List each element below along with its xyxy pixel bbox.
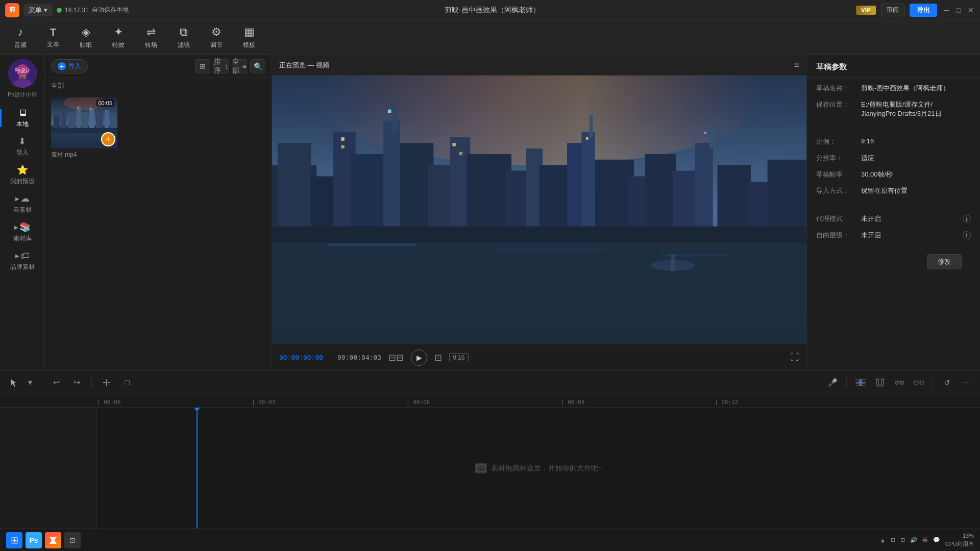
play-button[interactable]: ▶ <box>411 349 427 366</box>
import-icon: ⬇ <box>18 136 26 147</box>
sys-lang[interactable]: 英 <box>922 536 928 544</box>
sidebar-item-brand[interactable]: ▶ 🏷 品牌素材 <box>0 246 44 275</box>
svg-rect-57 <box>272 227 806 243</box>
effects-icon: ✦ <box>114 26 123 39</box>
trim-tool[interactable] <box>853 375 868 390</box>
select-tool-btn[interactable] <box>6 375 21 390</box>
sidebar-item-import[interactable]: ⬇ 导入 <box>0 132 44 161</box>
svg-rect-30 <box>393 104 397 132</box>
sidebar-item-cloud[interactable]: ▶ ☁ 云素材 <box>0 189 44 218</box>
media-thumbnail[interactable]: 00:05 + <box>51 97 117 148</box>
toolbar-filter[interactable]: ⧉ 滤镜 <box>168 23 199 53</box>
user-avatar[interactable]: Ps设计 小哥 <box>8 59 37 88</box>
toolbar-text-label: 文本 <box>47 40 59 49</box>
active-indicator <box>0 109 2 127</box>
delete-clip-btn[interactable]: □ <box>119 375 135 390</box>
taskbar-app-jianying[interactable] <box>45 532 61 548</box>
taskbar-system: ▲ ⊡ ⊡ 🔊 英 💬 13% CPU利用率 <box>880 532 974 548</box>
library-icon: 📚 <box>19 221 31 233</box>
svg-rect-62 <box>671 254 675 271</box>
toolbar-effects[interactable]: ✦ 特效 <box>103 23 134 53</box>
title-bar: 剪 菜单 ▾ 16:17:31 自动保存本地 剪映-画中画效果（阿枫老师） VI… <box>0 0 980 20</box>
menu-button[interactable]: 菜单 ▾ <box>23 4 53 16</box>
playhead-triangle <box>194 408 200 412</box>
save-location-label: 保存位置： <box>816 100 857 109</box>
svg-rect-50 <box>341 137 345 141</box>
sidebar-cloud-label: 云素材 <box>13 206 32 214</box>
maximize-button[interactable]: □ <box>954 6 963 14</box>
search-btn[interactable]: 🔍 <box>250 59 265 73</box>
redo-btn[interactable]: ↪ <box>69 375 84 390</box>
sidebar-import-label: 导入 <box>16 148 29 157</box>
empty-track-text: 素材拖拽到这里，开始你的大作吧~ <box>491 464 602 473</box>
svg-rect-9 <box>68 113 76 128</box>
toolbar-filter-label: 滤镜 <box>178 41 190 49</box>
add-to-timeline-btn[interactable]: + <box>101 132 115 146</box>
proxy-info-icon[interactable]: ℹ <box>963 215 971 223</box>
toolbar-sticker[interactable]: ◈ 贴纸 <box>70 23 101 53</box>
import-plus-icon: + <box>58 62 66 70</box>
mic-btn[interactable]: 🎤 <box>825 375 840 390</box>
import-mode-value: 保留在原有位置 <box>861 186 971 195</box>
filter-btn[interactable]: 全部 ≡ <box>232 59 247 73</box>
svg-point-72 <box>895 381 898 384</box>
undo-btn[interactable]: ↩ <box>48 375 64 390</box>
close-button[interactable]: ✕ <box>967 6 975 14</box>
zoom-out-btn[interactable]: ↺ <box>939 375 954 390</box>
sidebar-item-library[interactable]: ▶ 📚 素材库 <box>0 218 44 246</box>
playhead-line <box>197 412 198 529</box>
user-label: Ps设计小哥 <box>0 91 44 98</box>
media-grid: 00:05 + 素材.mp4 <box>45 93 272 370</box>
svg-rect-56 <box>704 132 706 134</box>
svg-rect-8 <box>61 110 66 128</box>
main-area: Ps设计 小哥 Ps设计小哥 🖥 本地 ⬇ 导入 ⭐ 我的预设 ▶ ☁ 云素材 <box>0 55 980 370</box>
vip-badge[interactable]: VIP <box>856 6 876 15</box>
right-panel: 草稿参数 草稿名称： 剪映-画中画效果（阿枫老师） 保存位置： E:/剪映电脑版… <box>806 55 980 370</box>
free-layer-info-icon[interactable]: ℹ <box>963 231 971 239</box>
presets-icon: ⭐ <box>17 164 28 176</box>
toolbar-template[interactable]: ▦ 模板 <box>234 23 264 53</box>
cpu-label: CPU利用率 <box>945 540 974 548</box>
free-layer-label: 自由层级： <box>816 231 857 240</box>
toolbar-text[interactable]: T 文本 <box>38 23 68 53</box>
sys-icon1: ▲ <box>880 537 886 543</box>
sidebar-item-local[interactable]: 🖥 本地 <box>0 104 44 132</box>
framerate-row: 草稿帧率： 30.00帧/秒 <box>816 170 971 179</box>
sort-btn[interactable]: 排序 ↕ <box>213 59 229 73</box>
tl-right-tools: 🎤 <box>825 375 974 390</box>
app-logo: 剪 <box>5 3 19 17</box>
toolbar-transition[interactable]: ⇌ 转场 <box>136 23 166 53</box>
link-tool[interactable] <box>892 375 907 390</box>
sidebar-item-presets[interactable]: ⭐ 我的预设 <box>0 161 44 189</box>
snapshot-icon[interactable]: ⊡ <box>434 352 442 363</box>
review-button[interactable]: 审阅 <box>881 4 904 16</box>
timeline-toolbar: ▾ ↩ ↪ □ 🎤 <box>0 371 980 394</box>
taskbar-app-other[interactable]: ⊡ <box>64 532 81 548</box>
minimize-button[interactable]: ─ <box>942 6 950 14</box>
proxy-mode-row: 代理模式 未开启 ℹ <box>816 214 971 223</box>
import-mode-row: 导入方式： 保留在原有位置 <box>816 186 971 195</box>
select-dropdown[interactable]: ▾ <box>27 375 34 390</box>
start-button[interactable]: ⊞ <box>6 532 22 548</box>
grid-view-btn[interactable]: ⊞ <box>195 59 210 73</box>
media-filename: 素材.mp4 <box>51 151 265 159</box>
chapters-icon[interactable]: ⊟⊟ <box>388 352 404 363</box>
draft-name-row: 草稿名称： 剪映-画中画效果（阿枫老师） <box>816 84 971 93</box>
taskbar-app-ps[interactable]: Ps <box>26 532 42 548</box>
svg-rect-18 <box>78 107 79 108</box>
export-button[interactable]: 导出 <box>910 4 937 17</box>
toolbar-adjust[interactable]: ⚙ 调节 <box>201 23 232 53</box>
modify-button[interactable]: 修改 <box>927 254 962 269</box>
proxy-value: 未开启 <box>861 214 959 223</box>
toolbar-audio[interactable]: ♪ 音频 <box>5 23 36 53</box>
import-button[interactable]: + 导入 <box>51 59 88 73</box>
svg-rect-53 <box>452 143 456 146</box>
audio-link-tool[interactable] <box>911 375 926 390</box>
preview-menu-icon[interactable]: ≡ <box>794 60 799 70</box>
zoom-in-btn[interactable]: ─ <box>959 375 974 390</box>
split-btn[interactable] <box>99 375 114 390</box>
local-icon: 🖥 <box>18 108 27 118</box>
fullscreen-button[interactable]: ⛶ <box>790 352 799 363</box>
cpu-info: 13% CPU利用率 <box>945 532 974 548</box>
magnet-tool[interactable] <box>872 375 888 390</box>
